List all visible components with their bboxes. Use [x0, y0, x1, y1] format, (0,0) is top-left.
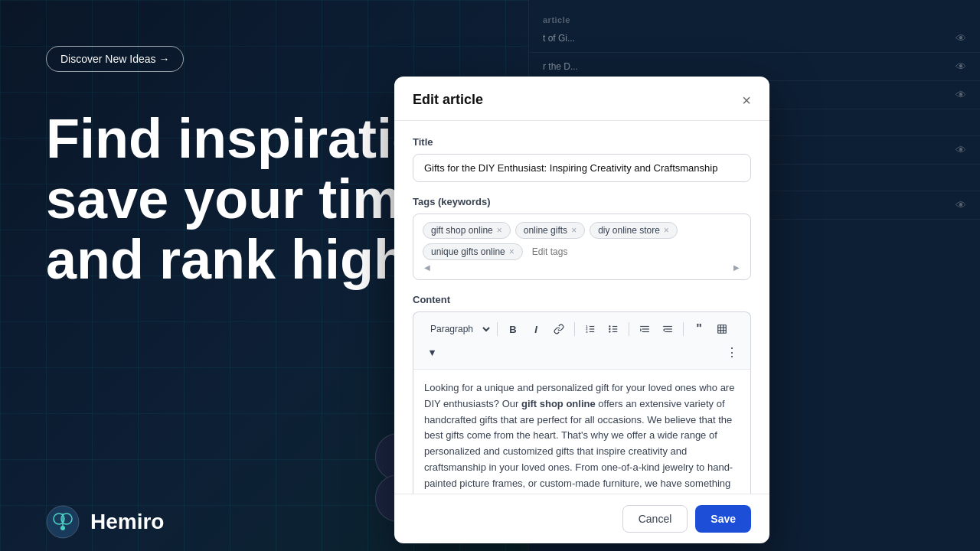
link-button[interactable] [548, 318, 570, 340]
tag-remove-online-gifts[interactable]: × [571, 226, 577, 235]
svg-marker-26 [663, 328, 665, 332]
modal-footer: Cancel Save [394, 494, 769, 543]
unordered-list-button[interactable] [603, 318, 624, 340]
svg-rect-24 [665, 328, 672, 329]
table-button[interactable] [711, 318, 733, 340]
blockquote-button[interactable]: " [688, 318, 710, 340]
cancel-button[interactable]: Cancel [622, 505, 688, 533]
editor-content[interactable]: Looking for a unique and personalized gi… [413, 370, 751, 494]
modal-overlay: Edit article × Title Tags (keywords) gif… [0, 0, 980, 551]
toolbar-divider-4 [683, 322, 684, 336]
paragraph-select[interactable]: Paragraph [421, 320, 492, 338]
tag-chip-unique-gifts-online: unique gifts online × [423, 243, 523, 260]
modal-body: Title Tags (keywords) gift shop online ×… [394, 121, 769, 494]
tag-edit-input[interactable] [528, 244, 652, 259]
tags-right-arrow[interactable]: ▶ [733, 263, 740, 272]
svg-rect-7 [590, 326, 594, 327]
svg-rect-23 [663, 326, 672, 327]
table-dropdown-button[interactable]: ▾ [421, 341, 443, 363]
title-label: Title [413, 136, 751, 148]
italic-button[interactable]: I [525, 318, 547, 340]
tag-remove-unique-gifts-online[interactable]: × [509, 247, 514, 256]
svg-rect-25 [665, 331, 672, 332]
svg-rect-9 [590, 331, 594, 332]
toolbar-divider-3 [629, 322, 629, 336]
editor-toolbar: Paragraph B I 123 [413, 311, 751, 370]
tags-wrapper: gift shop online × online gifts × diy on… [423, 222, 741, 260]
modal-header: Edit article × [394, 77, 769, 121]
svg-marker-22 [640, 328, 642, 332]
svg-rect-20 [642, 328, 649, 329]
tag-remove-gift-shop-online[interactable]: × [497, 226, 502, 235]
tags-label: Tags (keywords) [413, 196, 751, 207]
toolbar-divider-2 [574, 322, 575, 336]
bold-button[interactable]: B [502, 318, 524, 340]
title-input[interactable] [413, 154, 751, 182]
svg-point-16 [609, 325, 610, 327]
tags-left-arrow[interactable]: ◀ [424, 263, 430, 272]
tags-arrows: ◀ ▶ [423, 263, 741, 272]
tag-chip-gift-shop-online: gift shop online × [423, 222, 511, 239]
svg-rect-19 [640, 326, 649, 327]
tag-remove-diy-online-store[interactable]: × [664, 226, 669, 235]
svg-point-17 [609, 328, 610, 330]
indent-button[interactable] [634, 318, 655, 340]
tags-container: gift shop online × online gifts × diy on… [413, 214, 751, 280]
svg-rect-8 [590, 328, 594, 329]
svg-text:3: 3 [586, 330, 588, 334]
svg-rect-27 [718, 325, 727, 334]
ordered-list-button[interactable]: 123 [580, 318, 601, 340]
more-options-button[interactable]: ⋮ [721, 341, 743, 363]
outdent-button[interactable] [657, 318, 678, 340]
tag-chip-online-gifts: online gifts × [515, 222, 585, 239]
content-label: Content [413, 294, 751, 305]
svg-rect-15 [612, 331, 617, 332]
modal-close-button[interactable]: × [742, 93, 751, 108]
svg-point-18 [609, 331, 610, 332]
toolbar-divider-1 [497, 322, 498, 336]
save-button[interactable]: Save [695, 505, 751, 533]
svg-rect-14 [612, 328, 617, 329]
svg-rect-21 [642, 331, 649, 332]
tag-chip-diy-online-store: diy online store × [590, 222, 678, 239]
svg-rect-13 [612, 326, 617, 327]
edit-article-modal: Edit article × Title Tags (keywords) gif… [394, 77, 769, 543]
modal-title: Edit article [413, 92, 483, 108]
